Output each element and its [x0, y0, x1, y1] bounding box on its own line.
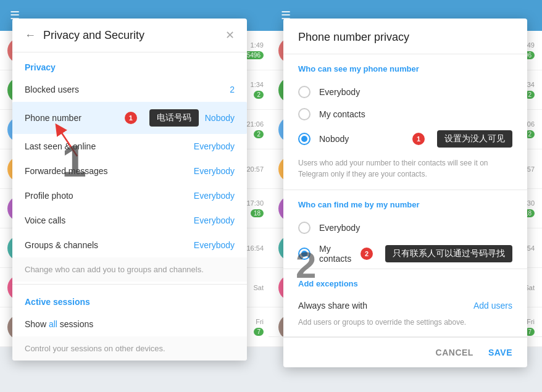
phone-dialog-title: Phone number privacy	[298, 31, 409, 43]
groups-hint: Change who can add you to groups and cha…	[12, 257, 247, 281]
radio-circle-my-contacts-find	[298, 248, 311, 260]
voice-calls-value: Everybody	[194, 215, 235, 225]
last-seen-item[interactable]: Last seen & online Everybody	[12, 134, 247, 159]
always-share-row: Always share with Add users	[298, 296, 512, 315]
groups-label: Groups & channels	[25, 240, 194, 250]
always-share-label: Always share with	[298, 301, 473, 311]
radio-label-my-contacts-find: My contacts	[319, 244, 354, 264]
radio-everybody-see[interactable]: Everybody	[298, 81, 512, 103]
who-can-find-title: Who can find me by my number	[298, 190, 512, 217]
dialog-header: ← Privacy and Security ✕	[12, 19, 247, 52]
profile-photo-value: Everybody	[194, 191, 235, 201]
right-panel: ☰ 1:49 496 1:34 2 21:06 2	[271, 0, 542, 392]
add-users-button[interactable]: Add users	[473, 301, 512, 311]
profile-photo-label: Profile photo	[25, 191, 194, 201]
annotation-badge-1: 1	[125, 112, 137, 124]
forwarded-value: Everybody	[194, 166, 235, 176]
add-exceptions-title: Add exceptions	[298, 269, 512, 296]
voice-calls-item[interactable]: Voice calls Everybody	[12, 208, 247, 233]
radio-label-everybody-find: Everybody	[319, 223, 512, 233]
radio-label-my-contacts-see: My contacts	[319, 109, 512, 119]
phone-dialog-body: Who can see my phone number Everybody My…	[283, 54, 527, 269]
active-sessions-label: Active sessions	[12, 287, 247, 312]
dialog-title: Privacy and Security	[43, 29, 225, 42]
forwarded-label: Forwarded messages	[25, 166, 194, 176]
blocked-users-label: Blocked users	[25, 85, 230, 94]
radio-circle-everybody-see	[298, 86, 311, 98]
privacy-security-dialog: ← Privacy and Security ✕ Privacy Blocked…	[12, 19, 247, 361]
voice-calls-label: Voice calls	[25, 215, 194, 225]
phone-dialog-header: Phone number privacy	[283, 19, 527, 54]
phone-number-value: Nobody	[205, 113, 235, 123]
annotation-badge-find: 2	[361, 248, 373, 260]
close-button[interactable]: ✕	[225, 28, 235, 42]
radio-everybody-find[interactable]: Everybody	[298, 217, 512, 239]
radio-circle-nobody-see	[298, 133, 311, 145]
last-seen-value: Everybody	[194, 141, 235, 151]
annotation-tooltip-find: 只有联系人可以通过号码寻找	[385, 245, 512, 262]
radio-circle-my-contacts-see	[298, 108, 311, 120]
blocked-users-item[interactable]: Blocked users 2	[12, 77, 247, 102]
blocked-users-count: 2	[230, 85, 235, 94]
exception-hint: Add users or groups to override the sett…	[298, 315, 512, 336]
radio-label-everybody-see: Everybody	[319, 87, 512, 97]
annotation-tooltip-nobody: 设置为没人可见	[437, 130, 512, 148]
sessions-hint: Control your sessions on other devices.	[12, 336, 247, 361]
annotation-badge-nobody: 1	[412, 133, 425, 145]
phone-number-item[interactable]: Phone number 1 电话号码 Nobody	[12, 102, 247, 134]
groups-item[interactable]: Groups & channels Everybody	[12, 233, 247, 257]
groups-value: Everybody	[194, 240, 235, 250]
profile-photo-item[interactable]: Profile photo Everybody	[12, 183, 247, 208]
left-panel: ☰ ... ... 1:49 5496 草 1:34 2	[0, 0, 271, 392]
forwarded-item[interactable]: Forwarded messages Everybody	[12, 159, 247, 183]
who-can-see-title: Who can see my phone number	[298, 54, 512, 81]
save-button[interactable]: SAVE	[488, 348, 512, 357]
show-all-sessions-item[interactable]: Show all sessions	[12, 312, 247, 336]
show-all-label: Show all sessions	[25, 319, 235, 329]
phone-privacy-dialog: Phone number privacy Who can see my phon…	[283, 19, 527, 367]
back-button[interactable]: ←	[25, 29, 36, 42]
add-exceptions-section: Add exceptions Always share with Add use…	[283, 269, 527, 336]
cancel-button[interactable]: CANCEL	[436, 348, 473, 357]
phone-number-label: Phone number	[25, 113, 125, 123]
annotation-tooltip-phone: 电话号码	[149, 109, 199, 127]
last-seen-label: Last seen & online	[25, 141, 194, 151]
radio-nobody-see[interactable]: Nobody 1 设置为没人可见	[298, 125, 512, 152]
radio-my-contacts-find[interactable]: My contacts 2 只有联系人可以通过号码寻找	[298, 239, 512, 269]
who-can-see-info: Users who add your number to their conta…	[298, 152, 512, 190]
section-divider	[12, 284, 247, 285]
radio-my-contacts-see[interactable]: My contacts	[298, 103, 512, 125]
dialog-footer: CANCEL SAVE	[283, 337, 527, 367]
privacy-section-label: Privacy	[12, 52, 247, 77]
radio-circle-everybody-find	[298, 222, 311, 234]
radio-label-nobody-see: Nobody	[319, 134, 406, 144]
